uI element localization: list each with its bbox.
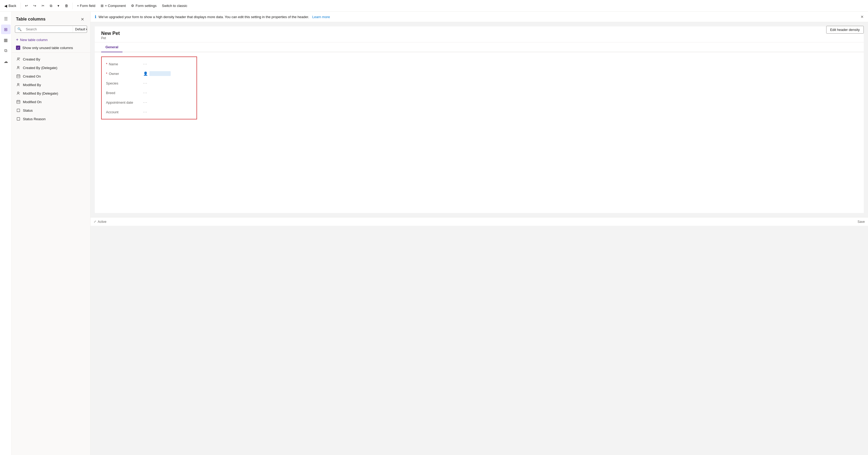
column-name: Status Reason <box>23 117 45 121</box>
rail-layers-icon[interactable]: ⧉ <box>1 46 11 55</box>
column-name: Created By (Delegate) <box>23 66 57 70</box>
form-settings-label: Form settings <box>135 4 157 8</box>
add-column-label: New table column <box>20 38 48 42</box>
sidebar-close-button[interactable]: ✕ <box>79 16 86 23</box>
back-label: Back <box>8 4 16 8</box>
form-field-label: + Form field <box>77 4 95 8</box>
svg-rect-9 <box>17 76 18 77</box>
required-marker: * <box>106 72 107 76</box>
tab-general[interactable]: General <box>101 42 122 52</box>
field-label-breed: Breed <box>106 91 143 95</box>
svg-text:?: ? <box>19 58 20 59</box>
calendar-table-icon <box>16 99 21 104</box>
list-item[interactable]: Status Reason <box>12 115 90 123</box>
field-row-appointment[interactable]: Appointment date ··· <box>102 97 196 107</box>
svg-text:?: ? <box>19 83 20 85</box>
field-row-species[interactable]: Species ··· <box>102 78 196 88</box>
field-value-account: ··· <box>143 110 148 114</box>
field-row-breed[interactable]: Breed ··· <box>102 88 196 97</box>
default-dropdown-button[interactable]: Default ▾ <box>73 26 87 32</box>
list-item[interactable]: ? Modified By (Delegate) <box>12 89 90 97</box>
more-button[interactable]: ▾ <box>55 3 62 9</box>
svg-point-14 <box>18 92 19 93</box>
field-row-account[interactable]: Account ··· <box>102 107 196 117</box>
square-small-icon <box>16 108 21 113</box>
form-canvas: New Pet Pet General <box>91 22 868 217</box>
search-input[interactable] <box>24 26 73 32</box>
status-bar-left: ⤢ Active <box>94 220 106 224</box>
field-label-owner: * Owner <box>106 72 143 76</box>
field-value-name: ··· <box>143 62 148 66</box>
main-toolbar: ◀ Back ↩ ↪ ✂ ⧉ ▾ 🗑 + Form field ⊞ + Comp… <box>0 0 868 12</box>
rail-view-icon[interactable]: ▦ <box>1 35 11 45</box>
form-settings-button[interactable]: ⚙ Form settings <box>129 3 159 9</box>
person-question-icon: ? <box>16 65 21 70</box>
component-icon: ⊞ <box>101 4 103 8</box>
person-question-icon: ? <box>16 82 21 87</box>
redo-button[interactable]: ↪ <box>31 3 38 9</box>
list-item[interactable]: Created On <box>12 72 90 81</box>
dropdown-chevron-icon: ▾ <box>86 27 87 31</box>
svg-point-3 <box>18 66 19 68</box>
list-item[interactable]: Status <box>12 106 90 115</box>
edit-header-density-button[interactable]: Edit header density <box>826 26 864 34</box>
back-icon: ◀ <box>4 4 7 8</box>
column-name: Modified By (Delegate) <box>23 91 58 95</box>
tab-general-label: General <box>105 45 118 49</box>
list-item[interactable]: ? Modified By <box>12 81 90 89</box>
component-button[interactable]: ⊞ + Component <box>98 3 128 9</box>
owner-text <box>149 71 171 76</box>
switch-classic-button[interactable]: Switch to classic <box>160 3 189 9</box>
chevron-down-icon: ▾ <box>58 4 59 8</box>
icon-rail: ☰ ⊞ ▦ ⧉ ☁ <box>0 12 12 455</box>
form-title: New Pet <box>101 31 857 36</box>
cut-button[interactable]: ✂ <box>39 3 46 9</box>
field-row-owner[interactable]: * Owner 👤 <box>102 69 196 78</box>
list-item[interactable]: ? Created By (Delegate) <box>12 63 90 72</box>
rail-table-icon[interactable]: ⊞ <box>1 25 11 34</box>
required-marker: * <box>106 62 107 66</box>
rail-cloud-icon[interactable]: ☁ <box>1 57 11 66</box>
delete-button[interactable]: 🗑 <box>63 3 70 9</box>
edit-density-area: Edit header density <box>826 22 868 34</box>
banner-close-button[interactable]: ✕ <box>861 15 864 19</box>
show-unused-checkbox[interactable]: ✓ <box>16 46 20 50</box>
form-settings-icon: ⚙ <box>131 4 134 8</box>
add-column-button[interactable]: + New table column <box>12 35 90 44</box>
info-banner: ℹ We've upgraded your form to show a hig… <box>91 12 868 22</box>
form-header: New Pet Pet <box>95 26 864 42</box>
field-value-breed: ··· <box>143 91 148 95</box>
info-icon: ℹ <box>95 15 96 19</box>
form-body: * Name ··· * Owner <box>95 57 864 119</box>
field-label-species: Species <box>106 81 143 85</box>
save-button[interactable]: Save <box>858 220 865 224</box>
field-label-account: Account <box>106 110 143 114</box>
show-unused-row[interactable]: ✓ Show only unused table columns <box>12 44 90 53</box>
list-item[interactable]: Modified On <box>12 97 90 106</box>
form-field-button[interactable]: + Form field <box>75 3 97 9</box>
rail-menu-icon[interactable]: ☰ <box>1 14 11 24</box>
column-name: Created On <box>23 74 41 78</box>
svg-rect-24 <box>17 118 20 120</box>
svg-point-12 <box>18 83 19 85</box>
field-row-name[interactable]: * Name ··· <box>102 59 196 69</box>
column-name: Created By <box>23 57 40 61</box>
search-row: 🔍 Default ▾ <box>12 26 90 35</box>
list-item[interactable]: ? Created By <box>12 55 90 63</box>
learn-more-link[interactable]: Learn more <box>312 15 330 19</box>
main-content: ℹ We've upgraded your form to show a hig… <box>91 12 868 455</box>
banner-left: ℹ We've upgraded your form to show a hig… <box>95 15 330 19</box>
status-bar: ⤢ Active Save <box>91 217 868 226</box>
undo-button[interactable]: ↩ <box>23 3 30 9</box>
column-name: Modified By <box>23 83 41 87</box>
calendar-table-icon <box>16 74 21 79</box>
field-value-appointment: ··· <box>143 101 148 104</box>
svg-point-0 <box>18 58 19 59</box>
form-canvas-wrapper: Edit header density New Pet Pet General <box>91 22 868 455</box>
svg-rect-23 <box>17 109 20 112</box>
back-button[interactable]: ◀ Back <box>2 3 19 9</box>
svg-text:?: ? <box>19 66 20 68</box>
copy-button[interactable]: ⧉ <box>48 3 54 9</box>
form-subtitle: Pet <box>101 36 857 40</box>
undo-icon: ↩ <box>25 4 28 8</box>
